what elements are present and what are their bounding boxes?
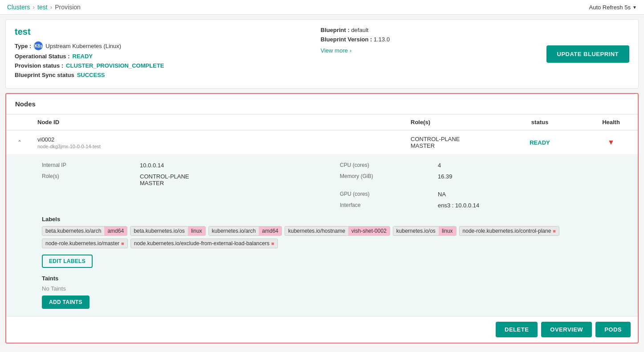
nodes-panel: Nodes Node ID Role(s) status Health ⌃ vi… bbox=[5, 93, 639, 344]
type-value: Upstream Kubernetes (Linux) bbox=[45, 43, 121, 49]
list-item: node-role.kubernetes.io/control-plane ■ bbox=[459, 226, 559, 236]
sync-row: Blueprint Sync status SUCCESS bbox=[15, 72, 164, 78]
label-key-single: node-role.kubernetes.io/master bbox=[45, 240, 119, 247]
info-panel: test Type : K8s Upstream Kubernetes (Lin… bbox=[5, 19, 639, 89]
info-left: test Type : K8s Upstream Kubernetes (Lin… bbox=[15, 27, 164, 81]
node-details-panel: Internal IP 10.0.0.14 CPU (cores) 4 Role… bbox=[6, 155, 638, 316]
label-remove-icon[interactable]: ■ bbox=[121, 241, 124, 246]
label-val: linux bbox=[439, 227, 456, 235]
node-role-control-plane: CONTROL-PLANE bbox=[411, 136, 491, 142]
memory-label: Memory (GiB) bbox=[340, 173, 429, 186]
sync-label: Blueprint Sync status bbox=[15, 72, 74, 78]
sync-value: SUCCESS bbox=[77, 72, 105, 78]
overview-button[interactable]: OVERVIEW bbox=[541, 322, 592, 337]
list-item: kubernetes.io/arch amd64 bbox=[208, 226, 282, 236]
roles-label: Role(s) bbox=[42, 173, 131, 186]
breadcrumb-provision: Provision bbox=[55, 4, 81, 11]
internal-ip-label: Internal IP bbox=[42, 162, 131, 169]
node-id-primary: vi0002 bbox=[37, 136, 402, 143]
header-status: status bbox=[495, 119, 584, 125]
labels-section: Labels beta.kubernetes.io/arch amd64 bet… bbox=[42, 216, 629, 268]
taints-title: Taints bbox=[42, 275, 629, 282]
blueprint-label: Blueprint : bbox=[321, 27, 350, 33]
gpu-value-empty bbox=[140, 191, 331, 198]
provision-value[interactable]: CLUSTER_PROVISION_COMPLETE bbox=[66, 62, 164, 69]
labels-container: beta.kubernetes.io/arch amd64 beta.kuber… bbox=[42, 226, 629, 248]
auto-refresh[interactable]: Auto Refresh 5s ▼ bbox=[589, 4, 637, 11]
gpu-label: GPU (cores) bbox=[340, 191, 429, 198]
operational-label: Operational Status : bbox=[15, 53, 70, 60]
breadcrumb-sep-1: › bbox=[33, 4, 35, 11]
label-key: beta.kubernetes.io/os bbox=[130, 227, 188, 235]
header-health: Health bbox=[584, 119, 638, 125]
breadcrumb-sep-2: › bbox=[50, 4, 53, 11]
list-item: node.kubernetes.io/exclude-from-external… bbox=[130, 239, 278, 248]
update-blueprint-button[interactable]: UPDATE BLUEPRINT bbox=[546, 45, 629, 63]
header-roles: Role(s) bbox=[406, 119, 495, 125]
cpu-label: CPU (cores) bbox=[340, 162, 429, 169]
nodes-table: Node ID Role(s) status Health ⌃ vi0002 n… bbox=[6, 114, 638, 343]
label-val: vish-shet-0002 bbox=[348, 227, 390, 235]
node-expand-toggle[interactable]: ⌃ bbox=[6, 139, 33, 146]
labels-title: Labels bbox=[42, 216, 629, 223]
node-id-cell: vi0002 node-dkg3jmx-10-0-0-14-test bbox=[33, 136, 406, 149]
node-details-grid: Internal IP 10.0.0.14 CPU (cores) 4 Role… bbox=[42, 162, 629, 209]
label-key-single: node.kubernetes.io/exclude-from-external… bbox=[134, 240, 269, 247]
header-node-id: Node ID bbox=[33, 119, 406, 125]
list-item: kubernetes.io/hostname vish-shet-0002 bbox=[285, 226, 390, 236]
interface-value: ens3 : 10.0.0.14 bbox=[438, 202, 629, 209]
provision-label: Provision status : bbox=[15, 62, 63, 69]
type-label: Type : bbox=[15, 43, 31, 49]
label-key: beta.kubernetes.io/arch bbox=[42, 227, 104, 235]
top-bar: Clusters › test › Provision Auto Refresh… bbox=[0, 0, 644, 15]
cluster-name: test bbox=[15, 27, 164, 37]
label-key: kubernetes.io/arch bbox=[209, 227, 259, 235]
label-key-single: node-role.kubernetes.io/control-plane bbox=[463, 228, 551, 234]
edit-labels-button[interactable]: EDIT LABELS bbox=[42, 255, 93, 268]
interface-label-empty bbox=[42, 202, 131, 209]
label-val: linux bbox=[188, 227, 205, 235]
pods-button[interactable]: PODS bbox=[595, 322, 631, 337]
list-item: beta.kubernetes.io/arch amd64 bbox=[42, 226, 127, 236]
node-id-secondary: node-dkg3jmx-10-0-0-14-test bbox=[37, 144, 402, 149]
warning-icon: ▼ bbox=[607, 138, 615, 146]
breadcrumb-test[interactable]: test bbox=[37, 4, 48, 11]
view-more-label: View more bbox=[321, 47, 348, 54]
label-val: amd64 bbox=[104, 227, 127, 235]
chevron-down-icon: ▼ bbox=[632, 5, 637, 10]
node-health-cell: ▼ bbox=[584, 138, 638, 146]
k8s-icon: K8s bbox=[34, 41, 43, 50]
cpu-value: 4 bbox=[438, 162, 629, 169]
label-remove-icon[interactable]: ■ bbox=[271, 241, 274, 246]
list-item: beta.kubernetes.io/os linux bbox=[130, 226, 205, 236]
label-val: amd64 bbox=[259, 227, 281, 235]
table-row: ⌃ vi0002 node-dkg3jmx-10-0-0-14-test CON… bbox=[6, 130, 638, 155]
blueprint-version-label: Blueprint Version : bbox=[321, 36, 372, 43]
list-item: node-role.kubernetes.io/master ■ bbox=[42, 239, 128, 248]
blueprint-version-row: Blueprint Version : 1.13.0 bbox=[321, 36, 390, 43]
breadcrumb: Clusters › test › Provision bbox=[7, 4, 81, 11]
operational-value: READY bbox=[73, 53, 93, 60]
table-header-row: Node ID Role(s) status Health bbox=[6, 114, 638, 130]
blueprint-value: default bbox=[351, 27, 368, 33]
interface-value-empty bbox=[140, 202, 331, 209]
add-taints-button[interactable]: ADD TAINTS bbox=[42, 295, 90, 309]
node-actions: DELETE OVERVIEW PODS bbox=[6, 316, 638, 343]
node-status-cell: READY bbox=[495, 139, 584, 146]
operational-row: Operational Status : READY bbox=[15, 53, 164, 60]
breadcrumb-clusters[interactable]: Clusters bbox=[7, 4, 30, 11]
blueprint-version-value: 1.13.0 bbox=[374, 36, 390, 43]
label-remove-icon[interactable]: ■ bbox=[553, 228, 556, 234]
gpu-label-empty bbox=[42, 191, 131, 198]
node-roles-cell: CONTROL-PLANE MASTER bbox=[406, 136, 495, 149]
internal-ip-value: 10.0.0.14 bbox=[140, 162, 331, 169]
label-key: kubernetes.io/hostname bbox=[285, 227, 348, 235]
blueprint-row: Blueprint : default bbox=[321, 27, 369, 33]
no-taints-label: No Taints bbox=[42, 285, 629, 292]
interface-label: Interface bbox=[340, 202, 429, 209]
view-more-link[interactable]: View more › bbox=[321, 47, 352, 54]
delete-button[interactable]: DELETE bbox=[496, 322, 538, 337]
auto-refresh-value: 5s bbox=[624, 4, 631, 11]
node-role-master: MASTER bbox=[411, 142, 491, 149]
list-item: kubernetes.io/os linux bbox=[393, 226, 457, 236]
